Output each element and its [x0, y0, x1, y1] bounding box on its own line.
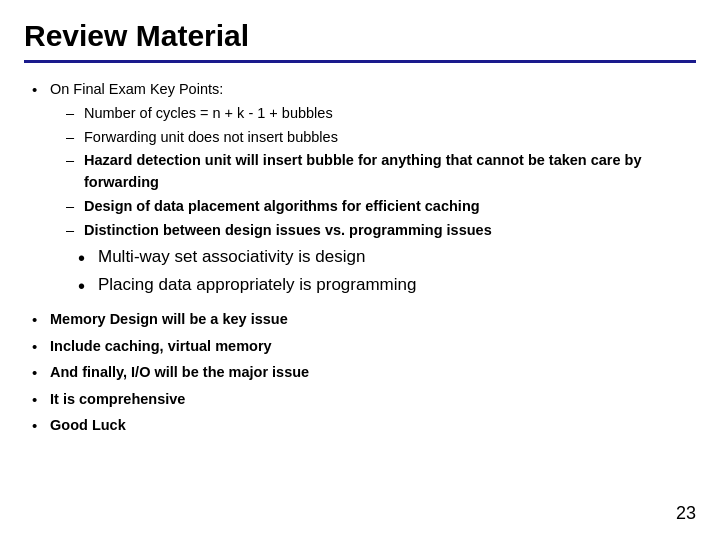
sub-text-1: Number of cycles = n + k - 1 + bubbles: [84, 103, 333, 125]
dash-3: –: [66, 150, 84, 172]
inner-bullet-text-1: Multi-way set associativity is design: [98, 245, 365, 269]
sub-item-1: – Number of cycles = n + k - 1 + bubbles: [66, 103, 696, 125]
inner-bullet-symbol-1: •: [78, 245, 98, 271]
bottom-bullets: • Memory Design will be a key issue • In…: [32, 309, 696, 438]
bottom-bullet-dot-2: •: [32, 336, 50, 359]
bottom-bullet-text-2: Include caching, virtual memory: [50, 336, 272, 358]
bottom-bullet-dot-4: •: [32, 389, 50, 412]
sub-text-2: Forwarding unit does not insert bubbles: [84, 127, 338, 149]
dash-4: –: [66, 196, 84, 218]
sub-item-2: – Forwarding unit does not insert bubble…: [66, 127, 696, 149]
sub-text-3: Hazard detection unit will insert bubble…: [84, 150, 696, 194]
bottom-bullet-text-5: Good Luck: [50, 415, 126, 437]
sub-list: – Number of cycles = n + k - 1 + bubbles…: [66, 103, 696, 242]
dash-5: –: [66, 220, 84, 242]
bottom-bullet-5: • Good Luck: [32, 415, 696, 438]
sub-item-4: – Design of data placement algorithms fo…: [66, 196, 696, 218]
content-area: • On Final Exam Key Points: – Number of …: [24, 79, 696, 438]
title-underline: [24, 60, 696, 63]
slide-number: 23: [676, 503, 696, 524]
bottom-bullet-dot-3: •: [32, 362, 50, 385]
inner-bullet-text-2: Placing data appropriately is programmin…: [98, 273, 416, 297]
main-bullet-intro: On Final Exam Key Points:: [50, 81, 223, 97]
dash-2: –: [66, 127, 84, 149]
slide-title: Review Material: [24, 18, 696, 54]
bottom-bullet-dot-1: •: [32, 309, 50, 332]
sub-item-3: – Hazard detection unit will insert bubb…: [66, 150, 696, 194]
sub-item-5: – Distinction between design issues vs. …: [66, 220, 696, 242]
bottom-bullet-dot-5: •: [32, 415, 50, 438]
bottom-bullet-4: • It is comprehensive: [32, 389, 696, 412]
bottom-bullet-text-3: And finally, I/O will be the major issue: [50, 362, 309, 384]
bottom-bullet-text-4: It is comprehensive: [50, 389, 185, 411]
main-bullet-content: On Final Exam Key Points: – Number of cy…: [50, 79, 696, 303]
bottom-bullet-3: • And finally, I/O will be the major iss…: [32, 362, 696, 385]
bullet-dot: •: [32, 79, 50, 102]
inner-bullet-item-2: • Placing data appropriately is programm…: [78, 273, 696, 299]
sub-text-4: Design of data placement algorithms for …: [84, 196, 480, 218]
inner-bullet-symbol-2: •: [78, 273, 98, 299]
dash-1: –: [66, 103, 84, 125]
main-bullet-item: • On Final Exam Key Points: – Number of …: [32, 79, 696, 303]
slide-container: Review Material • On Final Exam Key Poin…: [0, 0, 720, 540]
bottom-bullet-2: • Include caching, virtual memory: [32, 336, 696, 359]
inner-bullets: • Multi-way set associativity is design …: [78, 245, 696, 299]
bottom-bullet-1: • Memory Design will be a key issue: [32, 309, 696, 332]
sub-text-5: Distinction between design issues vs. pr…: [84, 220, 492, 242]
bottom-bullet-text-1: Memory Design will be a key issue: [50, 309, 288, 331]
inner-bullet-item-1: • Multi-way set associativity is design: [78, 245, 696, 271]
